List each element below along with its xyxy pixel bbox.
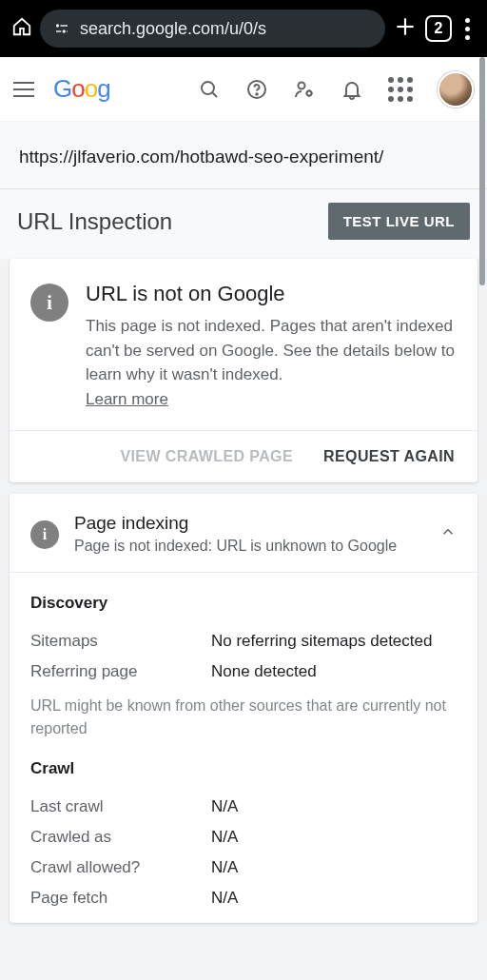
svg-point-12 [307,90,312,95]
page-indexing-card: i Page indexing Page is not indexed: URL… [10,494,477,923]
new-tab-icon[interactable] [393,14,418,43]
table-row: Sitemaps No referring sitemaps detected [30,626,457,657]
learn-more-link[interactable]: Learn more [86,390,168,408]
help-icon[interactable] [245,78,268,101]
menu-icon[interactable] [13,82,34,97]
address-bar-text: search.google.com/u/0/s [80,19,266,39]
info-icon: i [30,520,59,549]
status-title: URL is not on Google [86,282,457,306]
svg-point-11 [299,82,305,88]
bell-icon[interactable] [341,78,363,101]
status-card: i URL is not on Google This page is not … [10,259,477,482]
svg-point-10 [256,93,258,95]
table-row: Referring page None detected [30,657,457,687]
svg-line-8 [213,92,218,97]
inspected-url[interactable]: https://jlfaverio.com/hotbawd-seo-experi… [0,122,487,188]
status-description: This page is not indexed. Pages that are… [86,317,455,383]
google-logo[interactable]: Goog [53,74,110,104]
indexing-title: Page indexing [74,513,397,534]
table-row: Crawled as N/A [30,822,457,853]
home-icon[interactable] [11,16,32,41]
test-live-url-button[interactable]: TEST LIVE URL [328,203,470,240]
table-row: Page fetch N/A [30,883,457,913]
discovery-label: Discovery [30,594,457,613]
indexing-subtitle: Page is not indexed: URL is unknown to G… [74,538,397,555]
app-header: Goog [0,57,487,122]
svg-point-0 [56,24,59,27]
scrollbar[interactable] [479,57,485,285]
svg-point-2 [63,29,66,32]
table-row: Crawl allowed? N/A [30,853,457,883]
info-icon: i [30,284,68,322]
tab-switcher[interactable]: 2 [425,15,452,42]
browser-chrome: search.google.com/u/0/s 2 [0,0,487,57]
search-icon[interactable] [198,78,221,101]
apps-grid-icon[interactable] [388,77,413,102]
discovery-note: URL might be known from other sources th… [30,695,457,740]
svg-point-7 [202,82,214,94]
page-title: URL Inspection [17,208,172,235]
users-settings-icon[interactable] [293,78,316,101]
site-settings-icon [53,20,70,37]
avatar[interactable] [438,71,474,108]
browser-menu-icon[interactable] [459,18,476,40]
crawl-label: Crawl [30,759,457,778]
address-bar[interactable]: search.google.com/u/0/s [40,10,385,48]
request-again-button[interactable]: REQUEST AGAIN [323,448,455,465]
chevron-up-icon[interactable] [439,523,457,544]
tab-count-value: 2 [435,20,443,37]
table-row: Last crawl N/A [30,792,457,822]
view-crawled-page-button: VIEW CRAWLED PAGE [120,448,293,465]
indexing-header[interactable]: i Page indexing Page is not indexed: URL… [10,494,477,572]
section-header: URL Inspection TEST LIVE URL [0,188,487,259]
